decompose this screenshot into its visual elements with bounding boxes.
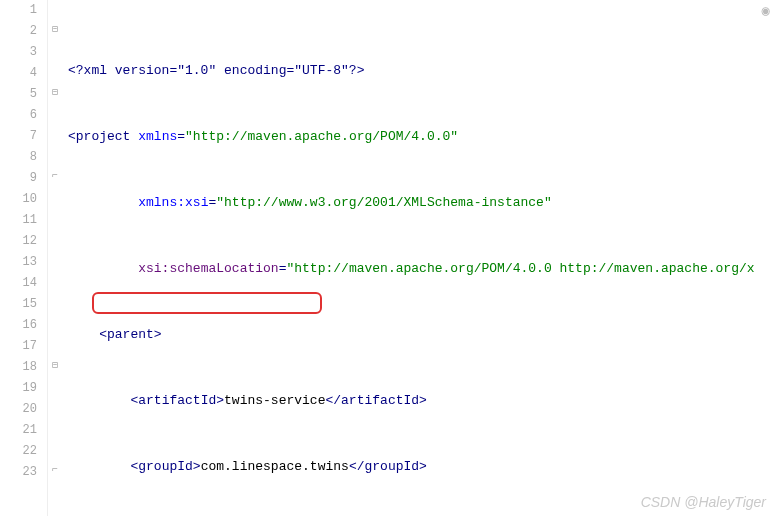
line-number: 18 — [0, 357, 37, 378]
attr-value: "http://www.w3.org/2001/XMLSchema-instan… — [216, 195, 551, 210]
tag: <groupId> — [130, 459, 200, 474]
line-number: 9 — [0, 168, 37, 189]
watermark: CSDN @HaleyTiger — [641, 494, 766, 510]
line-number: 14 — [0, 273, 37, 294]
tag: </artifactId> — [325, 393, 426, 408]
line-number: 19 — [0, 378, 37, 399]
line-number: 12 — [0, 231, 37, 252]
line-number: 20 — [0, 399, 37, 420]
line-number: 6 — [0, 105, 37, 126]
fold-toggle-icon[interactable]: ⊟ — [50, 359, 60, 371]
code-line[interactable]: <parent> — [64, 324, 776, 345]
fold-toggle-icon[interactable]: ⊟ — [50, 23, 60, 35]
code-line[interactable]: xmlns:xsi="http://www.w3.org/2001/XMLSch… — [64, 192, 776, 213]
line-number: 7 — [0, 126, 37, 147]
tag: <artifactId> — [130, 393, 224, 408]
line-number: 16 — [0, 315, 37, 336]
line-number: 15 — [0, 294, 37, 315]
code-line[interactable]: xsi:schemaLocation="http://maven.apache.… — [64, 258, 776, 279]
line-number: 23 — [0, 462, 37, 483]
fold-column[interactable]: ⊟ ⊟ ⌐ ⊟ ⌐ — [48, 0, 64, 516]
tag: <parent> — [99, 327, 161, 342]
text: com.linespace.twins — [201, 459, 349, 474]
fold-end-icon: ⌐ — [50, 464, 60, 475]
line-number: 13 — [0, 252, 37, 273]
code-line[interactable]: <groupId>com.linespace.twins</groupId> — [64, 456, 776, 477]
attr: xmlns:xsi — [138, 195, 208, 210]
text: twins-service — [224, 393, 325, 408]
tag: <project — [68, 129, 130, 144]
fold-toggle-icon[interactable]: ⊟ — [50, 86, 60, 98]
line-number-gutter: 1 2 3 4 5 6 7 8 9 10 11 12 13 14 15 16 1… — [0, 0, 48, 516]
eye-icon[interactable]: ◉ — [762, 2, 770, 19]
attr-value: "http://maven.apache.org/POM/4.0.0" — [185, 129, 458, 144]
line-number: 5 — [0, 84, 37, 105]
highlight-annotation — [92, 292, 322, 314]
code-line[interactable]: <?xml version="1.0" encoding="UTF-8"?> — [64, 60, 776, 81]
attr: xmlns — [138, 129, 177, 144]
line-number: 3 — [0, 42, 37, 63]
attr-value: "http://maven.apache.org/POM/4.0.0 http:… — [286, 261, 754, 276]
line-number: 21 — [0, 420, 37, 441]
tag: </groupId> — [349, 459, 427, 474]
line-number: 11 — [0, 210, 37, 231]
xml-declaration: <?xml version="1.0" encoding="UTF-8"?> — [68, 63, 364, 78]
fold-end-icon: ⌐ — [50, 170, 60, 181]
code-area[interactable]: ◉ <?xml version="1.0" encoding="UTF-8"?>… — [64, 0, 776, 516]
code-line[interactable]: <project xmlns="http://maven.apache.org/… — [64, 126, 776, 147]
line-number: 1 — [0, 0, 37, 21]
line-number: 10 — [0, 189, 37, 210]
code-line[interactable]: <artifactId>twins-service</artifactId> — [64, 390, 776, 411]
line-number: 8 — [0, 147, 37, 168]
line-number: 2 — [0, 21, 37, 42]
line-number: 17 — [0, 336, 37, 357]
line-number: 4 — [0, 63, 37, 84]
attr: xsi:schemaLocation — [138, 261, 278, 276]
line-number: 22 — [0, 441, 37, 462]
code-editor[interactable]: 1 2 3 4 5 6 7 8 9 10 11 12 13 14 15 16 1… — [0, 0, 776, 516]
